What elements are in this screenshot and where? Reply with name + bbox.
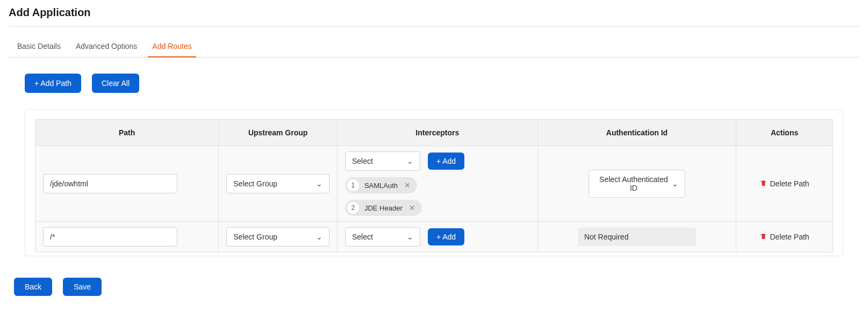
chevron-down-icon: ⌄ — [672, 179, 678, 188]
add-interceptor-button[interactable]: + Add — [428, 153, 464, 170]
trash-icon — [760, 233, 767, 242]
clear-all-button[interactable]: Clear All — [92, 74, 139, 93]
interceptor-select[interactable]: Select ⌄ — [345, 151, 420, 171]
close-icon[interactable]: ✕ — [403, 181, 412, 190]
add-interceptor-button[interactable]: + Add — [428, 228, 464, 245]
chevron-down-icon: ⌄ — [407, 157, 413, 165]
tabs: Basic Details Advanced Options Add Route… — [9, 37, 859, 57]
select-label: Select — [352, 233, 373, 241]
path-input[interactable] — [43, 174, 177, 193]
select-label: Select Authenticated ID — [596, 175, 672, 192]
page-title: Add Application — [9, 4, 859, 27]
select-label: Select Group — [233, 179, 277, 188]
delete-path-button[interactable]: Delete Path — [760, 233, 809, 242]
save-button[interactable]: Save — [63, 278, 102, 296]
select-label: Select Group — [233, 233, 277, 241]
col-path: Path — [35, 120, 219, 146]
interceptor-select[interactable]: Select ⌄ — [345, 227, 420, 247]
back-button[interactable]: Back — [14, 278, 52, 296]
delete-label: Delete Path — [770, 233, 809, 241]
footer-buttons: Back Save — [9, 278, 859, 296]
table-row: Select Group ⌄ Select ⌄ + Add — [35, 222, 833, 252]
toolbar: + Add Path Clear All — [25, 74, 843, 93]
close-icon[interactable]: ✕ — [408, 204, 417, 212]
auth-id-select[interactable]: Select Authenticated ID ⌄ — [589, 170, 685, 198]
upstream-group-select[interactable]: Select Group ⌄ — [226, 174, 329, 193]
select-label: Select — [352, 157, 373, 165]
tab-advanced-options[interactable]: Advanced Options — [76, 37, 137, 57]
tab-basic-details[interactable]: Basic Details — [17, 37, 61, 57]
chip-label: SAMLAuth — [364, 182, 398, 190]
routes-card: Path Upstream Group Interceptors Authent… — [25, 109, 843, 256]
chevron-down-icon: ⌄ — [316, 233, 322, 241]
delete-path-button[interactable]: Delete Path — [760, 179, 809, 189]
col-actions: Actions — [736, 120, 833, 146]
tab-content: + Add Path Clear All Path Upstream Group… — [9, 57, 859, 262]
col-interceptors: Interceptors — [337, 120, 537, 146]
routes-table: Path Upstream Group Interceptors Authent… — [35, 119, 833, 252]
chip-number: 2 — [347, 202, 359, 214]
chip-label: JDE Header — [364, 204, 403, 212]
trash-icon — [760, 179, 767, 189]
chip-number: 1 — [347, 179, 359, 191]
col-auth-id: Authentication Id — [537, 120, 736, 146]
delete-label: Delete Path — [770, 179, 809, 188]
path-input[interactable] — [43, 227, 177, 247]
interceptor-chip: 1 SAMLAuth ✕ — [345, 177, 417, 193]
table-row: Select Group ⌄ Select ⌄ + Add — [35, 146, 833, 222]
add-path-button[interactable]: + Add Path — [25, 74, 81, 93]
col-upstream-group: Upstream Group — [219, 120, 338, 146]
tab-add-routes[interactable]: Add Routes — [152, 37, 191, 57]
upstream-group-select[interactable]: Select Group ⌄ — [226, 227, 329, 247]
chevron-down-icon: ⌄ — [407, 233, 413, 241]
chevron-down-icon: ⌄ — [316, 179, 322, 188]
interceptor-chip: 2 JDE Header ✕ — [345, 200, 422, 216]
auth-id-readonly: Not Required — [578, 228, 696, 246]
